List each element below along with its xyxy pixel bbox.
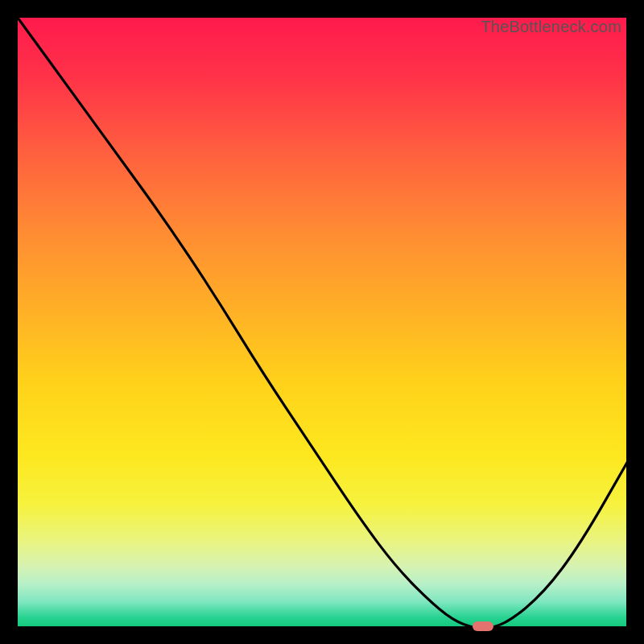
bottleneck-curve (18, 18, 630, 630)
optimal-marker (473, 621, 493, 631)
watermark-text: TheBottleneck.com (481, 18, 621, 36)
chart-frame: TheBottleneck.com (16, 16, 628, 628)
curve-path (18, 18, 630, 628)
